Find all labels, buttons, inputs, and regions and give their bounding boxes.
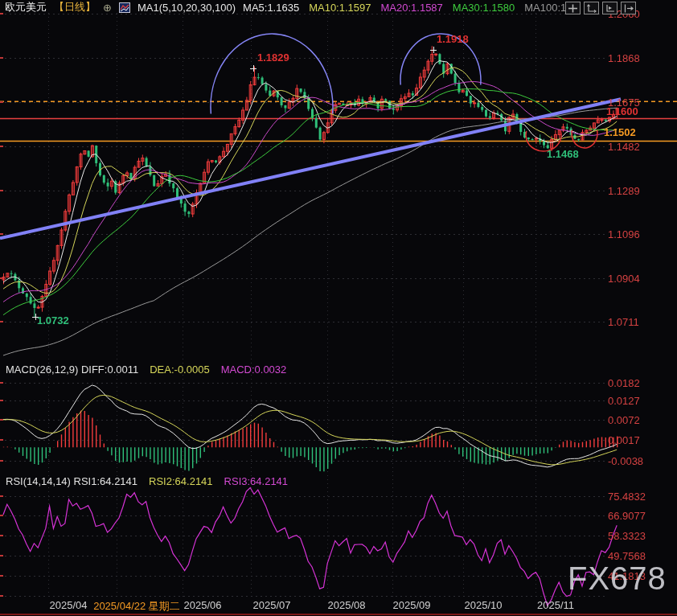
ma-settings-label: MA1(5,10,20,30,100) xyxy=(137,2,236,14)
macd-axis-tick: 0.0017 xyxy=(608,434,640,446)
macd-label-segment-3: MACD:0.0032 xyxy=(221,363,287,376)
forex-chart-app: 欧元美元 【日线】 ⊕ MA1(5,10,20,30,100) MA5:1.16… xyxy=(0,0,677,616)
date-axis-label: 2025/04 xyxy=(50,599,88,611)
date-axis-label: 2025/07 xyxy=(253,599,291,611)
rsi-label-segment-3: RSI3:64.2141 xyxy=(224,475,289,487)
date-axis-label: 2025/09 xyxy=(393,599,431,611)
price-axis-tick: 1.1868 xyxy=(608,52,640,64)
axis-indicator-icon[interactable] xyxy=(602,2,618,14)
symbol-title: 欧元美元 xyxy=(5,0,47,14)
watermark: FX678 xyxy=(568,561,667,597)
pan-icon[interactable] xyxy=(565,2,581,14)
exit-right-icon[interactable] xyxy=(621,2,636,14)
price-axis-tick: 1.1096 xyxy=(608,228,640,240)
price-annotation: 1.1600 xyxy=(606,105,638,117)
price-chart-canvas[interactable] xyxy=(0,0,677,616)
chart-header: 欧元美元 【日线】 ⊕ MA1(5,10,20,30,100) MA5:1.16… xyxy=(5,1,581,14)
price-axis-tick: 1.0904 xyxy=(608,273,640,285)
ma-values: MA5:1.1635MA10:1.1597MA20:1.1587MA30:1.1… xyxy=(243,2,581,14)
price-annotation: 1.1502 xyxy=(604,126,636,138)
macd-axis-tick: 0.0182 xyxy=(608,377,640,389)
macd-axis-tick: -0.0038 xyxy=(608,455,643,467)
rsi-label-row: RSI(14,14,14) RSI1:64.2141RSI2:64.2141RS… xyxy=(6,475,288,487)
rsi-axis-tick: 58.3323 xyxy=(608,530,646,542)
macd-label-segment-2: DEA:-0.0005 xyxy=(150,363,209,376)
settings-icon[interactable]: ⊕ xyxy=(103,2,112,13)
price-axis-tick: 1.1289 xyxy=(608,185,640,197)
ma-value-3: MA20:1.1587 xyxy=(381,2,443,14)
date-axis-label: 2025/06 xyxy=(184,599,222,611)
ma-value-2: MA10:1.1597 xyxy=(309,2,371,14)
ma-value-1: MA5:1.1635 xyxy=(243,2,299,14)
price-annotation: 1.0732 xyxy=(37,314,69,326)
ma-value-4: MA30:1.1580 xyxy=(453,2,515,14)
rsi-label-segment-2: RSI2:64.2141 xyxy=(149,475,213,487)
rsi-axis-tick: 75.4832 xyxy=(608,491,646,503)
price-axis-tick: 1.0711 xyxy=(608,316,639,328)
macd-axis-tick: 0.0127 xyxy=(608,395,640,407)
chart-toolbar xyxy=(565,2,636,14)
macd-label-segment-1: MACD(26,12,9) DIFF:0.0011 xyxy=(6,363,138,376)
chart-type-icon[interactable] xyxy=(119,2,130,13)
price-annotation: 1.1829 xyxy=(257,51,289,64)
date-axis-label: 2025/10 xyxy=(465,599,503,611)
price-annotation: 1.1918 xyxy=(437,33,469,45)
price-axis-tick: 1.1482 xyxy=(608,141,640,153)
period-label: 【日线】 xyxy=(54,0,96,14)
axis-scale-icon[interactable] xyxy=(584,2,599,14)
macd-axis-tick: 0.0072 xyxy=(608,414,640,426)
rsi-axis-tick: 66.9077 xyxy=(608,510,646,522)
macd-label-row: MACD(26,12,9) DIFF:0.0011DEA:-0.0005MACD… xyxy=(6,363,286,376)
date-axis-label: 2025/08 xyxy=(328,599,366,611)
price-annotation: 1.1468 xyxy=(547,148,579,160)
rsi-label-segment-1: RSI(14,14,14) RSI1:64.2141 xyxy=(6,475,137,487)
date-axis-label-selected: 2025/04/22 星期二 xyxy=(93,599,180,614)
date-axis-label: 2025/11 xyxy=(537,599,574,611)
